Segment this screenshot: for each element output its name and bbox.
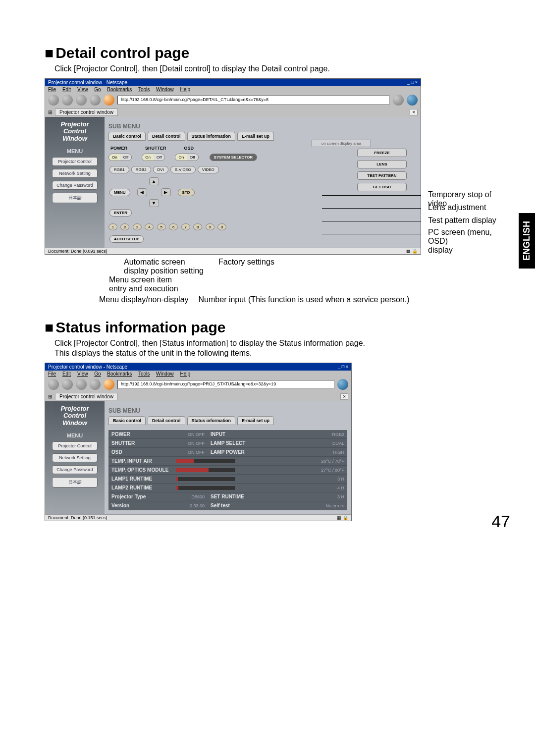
tab-status-information[interactable]: Status information [187,132,236,141]
url-input[interactable]: http://192.168.0.8/cgi-bin/main.cgi?page… [117,380,334,389]
sidebar-item-japanese[interactable]: 日本語 [52,477,98,487]
sidebar-item-projector-control[interactable]: Projector Control [52,157,98,166]
sidebar-item-projector-control[interactable]: Projector Control [52,441,98,450]
num-2[interactable]: 2 [120,223,129,230]
tabgroup-icon[interactable]: ⊞ [48,109,52,115]
stop-icon[interactable] [90,379,101,390]
enter-button[interactable]: ENTER [109,209,132,216]
num-9[interactable]: 9 [206,223,214,230]
osd-toggle[interactable]: OnOff [175,154,198,161]
menu-bookmarks[interactable]: Bookmarks [107,87,132,92]
input-rgb1[interactable]: RGB1 [109,166,129,173]
menu-file[interactable]: File [48,87,56,92]
freeze-button[interactable]: FREEZE [357,149,407,157]
auto-setup-button[interactable]: AUTO SETUP [109,235,144,243]
tabgroup-icon[interactable]: ⊞ [48,394,52,399]
test-pattern-button[interactable]: TEST PATTERN [357,171,407,180]
num-6[interactable]: 6 [169,223,178,230]
forward-icon[interactable] [62,379,73,390]
tab-email-setup[interactable]: E-mail set up [237,132,274,141]
arrow-right-icon[interactable]: ▶ [161,188,171,196]
window-controls[interactable]: _ □ × [338,364,348,370]
intro-status-2: This displays the status of the unit in … [54,349,505,358]
back-icon[interactable] [48,379,59,390]
forward-icon[interactable] [62,95,73,106]
heading-power: POWER [110,146,127,151]
menu-bookmarks[interactable]: Bookmarks [107,371,132,377]
num-0[interactable]: 0 [217,223,226,230]
power-toggle[interactable]: OnOff [108,154,132,161]
home-icon[interactable] [104,379,114,390]
menu-window[interactable]: Window [156,87,174,92]
menu-tools[interactable]: Tools [138,371,150,377]
menu-edit[interactable]: Edit [62,371,71,377]
menu-window[interactable]: Window [156,371,174,377]
arrow-down-icon[interactable]: ▼ [149,199,159,207]
num-1[interactable]: 1 [108,223,117,230]
menu-go[interactable]: Go [94,371,101,377]
menu-go[interactable]: Go [94,87,101,92]
tab-basic-control[interactable]: Basic control [108,416,146,425]
menu-help[interactable]: Help [180,371,190,377]
browser-tab[interactable]: Projector control window [55,393,118,400]
menu-button[interactable]: MENU [109,189,130,196]
table-row: Version0.33.00Self testNo errors [108,501,347,510]
browser-window-detail: Projector control window - Netscape _ □ … [45,78,421,255]
reload-icon[interactable] [76,379,87,390]
menu-file[interactable]: File [48,371,56,377]
input-video[interactable]: VIDEO [198,166,219,173]
sidebar-item-japanese[interactable]: 日本語 [52,193,98,203]
menu-view[interactable]: View [77,87,88,92]
tab-detail-control[interactable]: Detail control [148,132,185,141]
std-button[interactable]: STD [178,189,195,196]
num-3[interactable]: 3 [133,223,142,230]
input-rgb2[interactable]: RGB2 [131,166,151,173]
browser-tab[interactable]: Projector control window [55,108,118,116]
sidebar-item-change-password[interactable]: Change Password [52,465,98,474]
menu-label: MENU [47,432,103,438]
callout-autosetup: Automatic screen display position settin… [124,258,204,275]
tab-detail-control[interactable]: Detail control [148,416,185,425]
close-tab-icon[interactable]: × [340,393,348,400]
shutter-toggle[interactable]: OnOff [142,154,165,161]
tab-email-setup[interactable]: E-mail set up [237,416,274,425]
stop-icon[interactable] [90,95,101,106]
menu-help[interactable]: Help [180,87,190,92]
menu-view[interactable]: View [77,371,88,377]
netscape-icon [407,95,418,106]
url-input[interactable]: http://192.168.0.8/cgi-bin/main.cgi?page… [117,96,390,105]
menu-tools[interactable]: Tools [138,87,150,92]
get-osd-button[interactable]: GET OSD [357,183,407,191]
num-5[interactable]: 5 [157,223,166,230]
menu-edit[interactable]: Edit [62,87,71,92]
tab-status-information[interactable]: Status information [187,416,236,425]
close-tab-icon[interactable]: × [410,109,418,115]
arrow-up-icon[interactable]: ▲ [149,177,159,185]
sidebar-item-network-setting[interactable]: Network Setting [52,169,98,178]
num-4[interactable]: 4 [145,223,154,230]
callout-numbers: Number input (This function is used when… [199,295,410,304]
back-icon[interactable] [48,95,59,106]
system-selector-button[interactable]: SYSTEM SELECTOR [210,154,258,161]
go-icon[interactable] [393,95,404,106]
sidebar-item-network-setting[interactable]: Network Setting [52,453,98,462]
sidebar-item-change-password[interactable]: Change Password [52,181,98,190]
window-controls[interactable]: _ □ × [407,80,418,85]
callout-enter: Menu screen item entry and execution [109,275,178,293]
lens-button[interactable]: LENS [357,160,407,168]
callout-std: Factory settings [218,258,274,275]
input-svideo[interactable]: S-VIDEO [170,166,196,173]
app-title: Projector Control Window [47,405,103,427]
arrow-left-icon[interactable]: ◀ [137,188,147,196]
app-title: Projector Control Window [47,121,103,142]
home-icon[interactable] [104,95,114,106]
reload-icon[interactable] [76,95,87,106]
num-8[interactable]: 8 [193,223,202,230]
intro-detail-control: Click [Projector Control], then [Detail … [54,64,505,73]
netscape-icon [337,379,348,390]
tab-basic-control[interactable]: Basic control [108,132,146,141]
num-7[interactable]: 7 [181,223,190,230]
input-dvi[interactable]: DVI [153,166,168,173]
menubar[interactable]: File Edit View Go Bookmarks Tools Window… [45,86,421,93]
menubar[interactable]: File Edit View Go Bookmarks Tools Window… [45,371,351,377]
